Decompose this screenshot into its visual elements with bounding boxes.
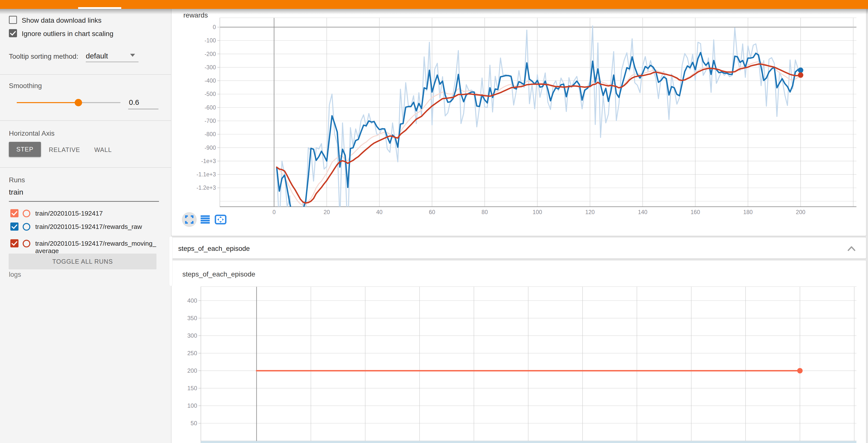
expand-icon[interactable] — [184, 215, 194, 225]
run-label: train/20201015-192417/rewards_moving_ave… — [35, 240, 158, 255]
section-header-title: steps_of_each_episode — [178, 245, 250, 253]
y-tick-label: 350 — [187, 315, 197, 321]
series-end-dot[interactable] — [798, 67, 803, 73]
y-tick-label: -1e+3 — [202, 158, 216, 164]
tooltip-sorting-underline — [86, 62, 138, 62]
y-tick-label: 300 — [187, 332, 197, 339]
run-label: train/20201015-192417/rewards_raw — [35, 223, 158, 230]
smoothing-slider-fill — [17, 102, 79, 103]
y-tick-label: 100 — [187, 402, 197, 409]
y-tick-label: -700 — [205, 118, 216, 124]
y-tick-label: -400 — [205, 78, 216, 84]
y-tick-label: 150 — [187, 385, 197, 391]
axis-relative-button[interactable]: RELATIVE — [49, 146, 80, 153]
section-header-steps-of-each-episode[interactable] — [172, 238, 866, 259]
run-checkbox[interactable] — [10, 223, 19, 231]
axis-wall-button[interactable]: WALL — [92, 146, 114, 153]
logs-label: logs — [9, 271, 21, 278]
series-line — [277, 26, 801, 236]
y-tick-label: 50 — [190, 420, 197, 426]
y-tick-label: -1.2e+3 — [196, 184, 216, 191]
smoothing-value-input[interactable]: 0.6 — [129, 98, 139, 107]
run-filter-input[interactable]: train — [9, 188, 23, 196]
x-tick-label: 80 — [482, 209, 488, 215]
y-tick-label: -600 — [205, 104, 216, 111]
y-tick-label: 400 — [187, 297, 197, 304]
active-tab-indicator — [78, 7, 121, 9]
divider — [0, 167, 171, 168]
tooltip-sorting-select[interactable]: default — [86, 52, 108, 60]
y-tick-label: 250 — [187, 350, 197, 356]
runs-label: Runs — [9, 176, 25, 184]
x-tick-label: 180 — [743, 209, 753, 215]
y-tick-label: -500 — [205, 91, 216, 97]
series-end-dot[interactable] — [798, 72, 803, 78]
run-color-radio[interactable] — [23, 223, 30, 231]
x-tick-label: 140 — [638, 209, 647, 215]
run-filter-underline — [9, 201, 159, 202]
y-tick-label: -800 — [205, 131, 216, 138]
ignore-outliers-checkbox[interactable] — [9, 29, 17, 37]
smoothing-value-underline — [128, 109, 158, 109]
run-color-radio[interactable] — [23, 210, 30, 217]
steps-chart[interactable]: 40035030025020015010050 — [172, 261, 866, 443]
y-tick-label: 200 — [187, 367, 197, 374]
y-tick-label: -200 — [205, 51, 216, 57]
x-tick-label: 200 — [796, 209, 805, 215]
x-tick-label: 160 — [690, 209, 700, 215]
series-line — [277, 53, 801, 218]
y-tick-label: -100 — [205, 37, 216, 43]
x-tick-label: 0 — [273, 209, 276, 215]
fit-domain-icon[interactable] — [215, 215, 226, 225]
y-tick-label: -300 — [205, 64, 216, 70]
run-color-radio[interactable] — [23, 240, 30, 247]
data-lines-icon[interactable] — [200, 215, 210, 225]
smoothing-slider-knob[interactable] — [75, 99, 82, 106]
toggle-all-runs-button[interactable]: TOGGLE ALL RUNS — [9, 254, 156, 269]
rewards-chart[interactable]: 0-100-200-300-400-500-600-700-800-900-1e… — [172, 7, 866, 236]
x-tick-label: 100 — [533, 209, 542, 215]
axis-step-button[interactable]: STEP — [9, 142, 41, 157]
show-data-download-links-checkbox[interactable] — [9, 16, 17, 24]
tooltip-sorting-label: Tooltip sorting method: — [9, 53, 79, 60]
divider — [0, 74, 171, 75]
chart-bottom-strip — [201, 441, 857, 443]
y-tick-label: -900 — [205, 145, 216, 151]
run-checkbox[interactable] — [10, 209, 19, 217]
ignore-outliers-label: Ignore outliers in chart scaling — [22, 30, 113, 38]
sidebar-scrollbar-thumb[interactable] — [169, 236, 173, 286]
x-tick-label: 60 — [429, 209, 435, 215]
chevron-down-icon[interactable] — [130, 54, 135, 57]
x-tick-label: 120 — [585, 209, 595, 215]
show-data-download-links-label: Show data download links — [22, 17, 101, 24]
series-end-dot[interactable] — [797, 368, 803, 374]
y-tick-label: -1.1e+3 — [196, 171, 216, 178]
smoothing-label: Smoothing — [9, 82, 42, 90]
x-tick-label: 40 — [376, 209, 383, 215]
x-tick-label: 20 — [323, 209, 330, 215]
tensorboard-app: rewards 0-100-200-300-400-500-600-700-80… — [0, 0, 868, 443]
divider — [0, 120, 171, 121]
chevron-up-icon[interactable] — [847, 245, 856, 252]
run-label: train/20201015-192417 — [35, 210, 158, 217]
topbar — [0, 0, 868, 9]
y-tick-label: 0 — [213, 24, 216, 30]
horizontal-axis-label: Horizontal Axis — [9, 129, 55, 138]
run-checkbox[interactable] — [10, 239, 19, 247]
